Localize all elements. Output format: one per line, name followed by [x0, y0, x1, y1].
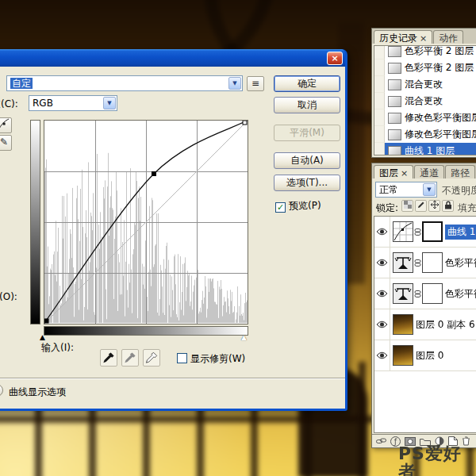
history-item[interactable]: 修改色彩平衡图层: [374, 109, 476, 126]
pencil-tool-button[interactable]: ✎: [0, 135, 12, 151]
show-clipping-checkbox[interactable]: [177, 353, 187, 363]
opacity-label: 不透明度:: [442, 184, 476, 198]
dropdown-arrow-icon[interactable]: ▼: [423, 183, 436, 196]
curves-dialog-body: 自定 ▼ ≡ 确定 取消 平滑(M) 自动(A) 选项(T)... ✓预览(P)…: [0, 67, 345, 409]
curves-dialog-titlebar[interactable]: ×: [0, 49, 345, 67]
visibility-toggle[interactable]: [374, 278, 390, 309]
layer-name: 曲线 1: [445, 225, 476, 240]
layer-row-color-balance-2[interactable]: 色彩平衡: [374, 248, 476, 278]
blend-mode-row: 正常 ▼ 不透明度:: [372, 180, 476, 199]
visibility-toggle[interactable]: [374, 217, 390, 247]
layer-mask-thumbnail[interactable]: [422, 221, 443, 242]
tab-close-icon[interactable]: ×: [420, 33, 427, 44]
history-source-well[interactable]: [374, 109, 385, 126]
move-icon: [431, 201, 439, 209]
photoshop-workspace: PS爱好者 www.psanz.com × 自定 ▼ ≡ 确定 取消 平滑(M)…: [0, 0, 476, 476]
tab-channels[interactable]: 通道: [414, 165, 444, 178]
curves-dialog: × 自定 ▼ ≡ 确定 取消 平滑(M) 自动(A) 选项(T)... ✓预览(…: [0, 49, 347, 411]
history-item[interactable]: 色彩平衡 2 图层: [374, 45, 476, 60]
output-label: 输出(O):: [0, 290, 17, 304]
history-step-icon: [388, 129, 401, 140]
history-item[interactable]: 混合更改: [374, 76, 476, 93]
color-balance-thumbnail[interactable]: [393, 283, 413, 304]
link-layers-icon[interactable]: [376, 437, 386, 445]
shadow-input-slider[interactable]: ▲: [40, 334, 45, 341]
preview-checkbox[interactable]: ✓: [275, 202, 286, 213]
history-source-well[interactable]: [374, 93, 385, 109]
channel-select[interactable]: RGB ▼: [29, 95, 117, 111]
white-eyedropper-icon: [145, 351, 158, 364]
tab-actions[interactable]: 动作: [433, 30, 463, 44]
lock-pixels-icon[interactable]: [415, 200, 427, 212]
tab-paths-label: 路径: [451, 167, 470, 178]
curve-plot-svg: [44, 121, 248, 324]
blend-mode-value: 正常: [379, 184, 398, 195]
layer-row-color-balance-1[interactable]: 色彩平衡: [374, 278, 476, 309]
lock-transparency-icon[interactable]: [401, 200, 413, 212]
curve-point-tool-button[interactable]: [0, 117, 12, 133]
curve-plot-area[interactable]: [44, 120, 248, 324]
chain-icon: [414, 259, 421, 267]
history-step-icon: [388, 146, 401, 156]
dropdown-arrow-icon[interactable]: ▼: [228, 77, 241, 90]
lock-all-icon[interactable]: [442, 200, 454, 212]
layer-row-layer0[interactable]: 图层 0: [374, 340, 476, 371]
smooth-button[interactable]: 平滑(M): [274, 125, 340, 141]
layer-row-curves-1[interactable]: 曲线 1: [374, 217, 476, 248]
history-step-icon: [388, 46, 401, 57]
layers-panel-tabstrip: 图层× 通道 路径: [372, 163, 476, 178]
curves-adjustment-thumbnail[interactable]: [393, 221, 413, 242]
layer-mask-thumbnail[interactable]: [422, 252, 443, 273]
visibility-toggle[interactable]: [374, 309, 390, 340]
options-button[interactable]: 选项(T)...: [274, 175, 340, 191]
scales-icon: [393, 284, 413, 303]
scales-icon: [393, 253, 413, 272]
layer-row-layer0-copy6[interactable]: 图层 0 副本 6: [374, 309, 476, 340]
history-item[interactable]: 混合更改: [374, 93, 476, 109]
history-item-selected[interactable]: 曲线 1 图层: [374, 143, 476, 155]
color-balance-thumbnail[interactable]: [393, 252, 413, 273]
gray-point-eyedropper[interactable]: [121, 349, 139, 367]
auto-button[interactable]: 自动(A): [274, 152, 340, 169]
visibility-toggle[interactable]: [374, 248, 390, 278]
history-item[interactable]: 修改色彩平衡图层: [374, 126, 476, 143]
show-clipping-row[interactable]: 显示修剪(W): [177, 352, 245, 366]
expand-options-button[interactable]: »: [0, 384, 3, 397]
eye-icon: [376, 228, 388, 236]
history-item-label: 混合更改: [405, 94, 443, 108]
dropdown-arrow-icon[interactable]: ▼: [103, 97, 116, 109]
tab-paths[interactable]: 路径: [445, 165, 475, 178]
layers-panel: 图层× 通道 路径 正常 ▼ 不透明度: 锁定: 填充:: [371, 163, 476, 448]
preview-checkbox-row[interactable]: ✓预览(P): [275, 199, 321, 213]
history-item-label: 曲线 1 图层: [405, 144, 455, 155]
highlight-input-slider[interactable]: ▲: [241, 334, 247, 341]
black-point-eyedropper[interactable]: [100, 349, 117, 367]
history-source-well[interactable]: [374, 143, 385, 155]
history-source-well[interactable]: [374, 126, 385, 143]
preset-options-button[interactable]: ≡: [247, 76, 264, 91]
pencil-icon: ✎: [0, 136, 8, 148]
layer-mask-thumbnail[interactable]: [422, 283, 443, 304]
tab-history[interactable]: 历史记录×: [374, 30, 432, 44]
history-source-well[interactable]: [374, 60, 385, 76]
history-source-well[interactable]: [374, 76, 385, 93]
ok-button[interactable]: 确定: [274, 75, 340, 92]
preset-select[interactable]: 自定 ▼: [6, 75, 243, 91]
history-source-well[interactable]: [374, 45, 385, 60]
watermark: PS爱好者 www.psanz.com: [398, 444, 476, 476]
tab-layers[interactable]: 图层×: [374, 165, 413, 178]
cancel-button[interactable]: 取消: [274, 97, 340, 113]
white-point-eyedropper[interactable]: [143, 349, 160, 367]
layers-list: 曲线 1 色彩平衡 色彩平衡 图层 0 副本 6: [374, 216, 476, 433]
history-step-icon: [388, 63, 401, 74]
layer-thumbnail[interactable]: [393, 314, 413, 335]
close-button[interactable]: ×: [327, 52, 343, 65]
visibility-toggle[interactable]: [374, 340, 390, 370]
blend-mode-select[interactable]: 正常 ▼: [375, 182, 437, 198]
layer-thumbnail[interactable]: [393, 345, 413, 366]
tab-close-icon[interactable]: ×: [401, 168, 408, 178]
lock-position-icon[interactable]: [428, 200, 440, 212]
channel-value: RGB: [33, 98, 53, 109]
history-item[interactable]: 色彩平衡 2 图层: [374, 60, 476, 76]
curve-point-tool-icon: [0, 118, 10, 129]
